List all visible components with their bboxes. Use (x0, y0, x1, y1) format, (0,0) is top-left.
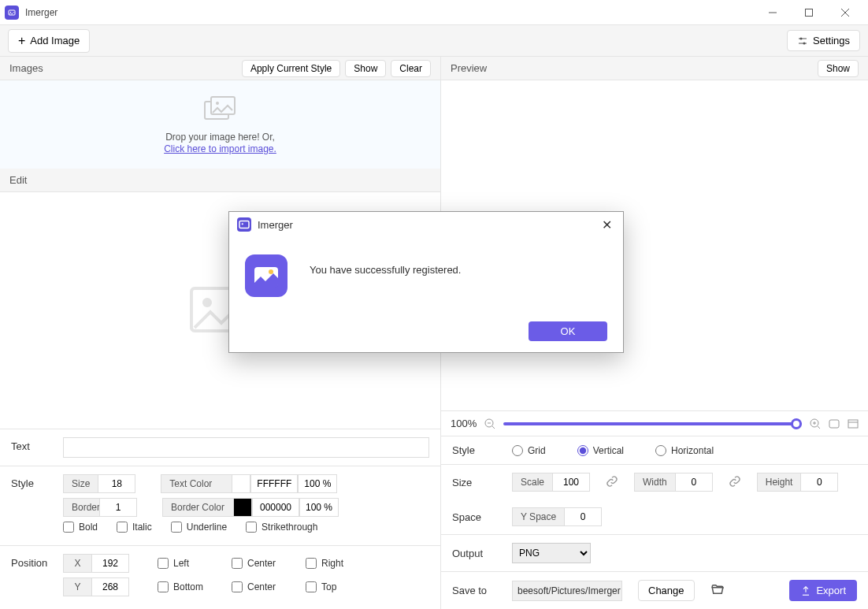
scale-input[interactable] (552, 473, 590, 492)
saveto-section: Save to beesoft/Pictures/Imerger Change … (441, 571, 868, 609)
link-icon-2[interactable] (729, 475, 741, 490)
x-input[interactable] (91, 554, 129, 573)
folder-open-icon[interactable] (710, 583, 725, 598)
border-label: Border (63, 498, 99, 517)
textcolor-swatch[interactable] (232, 474, 250, 493)
fit-icon[interactable] (829, 419, 840, 429)
change-button[interactable]: Change (638, 580, 695, 601)
registration-dialog: Imerger ✕ You have successfully register… (228, 211, 624, 353)
preview-show-button[interactable]: Show (818, 60, 859, 77)
svg-point-14 (202, 298, 212, 307)
strike-checkbox[interactable]: Strikethrough (246, 522, 317, 533)
images-show-button[interactable]: Show (345, 60, 386, 77)
width-label: Width (634, 473, 675, 492)
bordercolor-label: Border Color (162, 498, 233, 517)
zoom-slider[interactable] (503, 422, 802, 425)
pos-bottom-checkbox[interactable]: Bottom (158, 581, 213, 592)
settings-button[interactable]: Settings (787, 30, 860, 51)
link-icon-1[interactable] (606, 475, 618, 490)
dialog-title: Imerger (258, 219, 599, 231)
y-input[interactable] (91, 577, 129, 596)
edit-title: Edit (9, 174, 27, 186)
dialog-ok-button[interactable]: OK (529, 321, 607, 341)
dialog-titlebar: Imerger ✕ (229, 212, 623, 237)
textcolor-pct-input[interactable] (298, 474, 337, 493)
output-label: Output (452, 548, 496, 559)
dialog-close-button[interactable]: ✕ (599, 217, 615, 232)
style-section: Style Size Text Color Border Border Colo… (0, 466, 440, 545)
pos-top-checkbox[interactable]: Top (306, 581, 361, 592)
zoom-out-icon[interactable] (484, 418, 495, 429)
pos-right-checkbox[interactable]: Right (306, 558, 361, 569)
size-input[interactable] (98, 474, 135, 493)
app-title: Imerger (25, 7, 755, 18)
maximize-button[interactable] (791, 0, 827, 25)
preview-title: Preview (451, 62, 487, 74)
zoom-bar: 100% (441, 410, 868, 436)
height-label: Height (757, 473, 801, 492)
minimize-button[interactable] (755, 0, 791, 25)
vertical-radio[interactable]: Vertical (577, 445, 624, 456)
textcolor-label: Text Color (161, 474, 232, 493)
text-section: Text (0, 429, 440, 466)
close-button[interactable] (827, 0, 863, 25)
dialog-big-icon (245, 254, 287, 297)
position-label: Position (11, 554, 63, 569)
width-input[interactable] (675, 473, 713, 492)
text-label: Text (11, 437, 63, 452)
space-row-label: Space (452, 511, 496, 523)
svg-rect-22 (829, 420, 839, 428)
sliders-icon (797, 35, 808, 46)
scale-label: Scale (512, 473, 552, 492)
actual-size-icon[interactable] (848, 419, 859, 429)
height-input[interactable] (800, 473, 838, 492)
import-link[interactable]: Click here to import image. (164, 143, 276, 154)
add-image-button[interactable]: Add Image (8, 29, 90, 53)
dialog-app-icon (237, 217, 251, 232)
pos-left-checkbox[interactable]: Left (158, 558, 213, 569)
saveto-label: Save to (452, 585, 496, 596)
images-header: Images Apply Current Style Show Clear (0, 57, 440, 80)
bordercolor-input[interactable] (252, 498, 299, 517)
pos-center1-checkbox[interactable]: Center (232, 558, 287, 569)
dialog-body: You have successfully registered. (229, 237, 623, 314)
svg-point-26 (242, 223, 243, 225)
position-section: Position X Left Center Right Y Bottom Ce… (0, 545, 440, 609)
preview-header: Preview Show (441, 57, 868, 80)
dialog-message: You have successfully registered. (310, 254, 461, 276)
style-label: Style (11, 474, 63, 489)
bordercolor-pct-input[interactable] (299, 498, 339, 517)
export-button[interactable]: Export (789, 580, 857, 601)
svg-line-16 (492, 426, 495, 429)
add-image-label: Add Image (30, 35, 80, 46)
window-controls (755, 0, 863, 25)
output-section: Output PNG (441, 534, 868, 571)
size-label: Size (63, 474, 98, 493)
x-label: X (63, 554, 91, 573)
svg-point-29 (269, 269, 273, 274)
yspace-label: Y Space (512, 507, 564, 526)
images-clear-button[interactable]: Clear (391, 60, 431, 77)
horizontal-radio[interactable]: Horizontal (655, 445, 714, 456)
bold-checkbox[interactable]: Bold (63, 522, 98, 533)
dropzone-text: Drop your image here! Or, (0, 132, 440, 143)
text-input[interactable] (63, 437, 429, 458)
dropzone-icon (0, 96, 440, 125)
grid-radio[interactable]: Grid (512, 445, 546, 456)
images-dropzone[interactable]: Drop your image here! Or, Click here to … (0, 80, 440, 169)
svg-rect-25 (239, 221, 249, 228)
yspace-input[interactable] (564, 507, 602, 526)
zoom-in-icon[interactable] (810, 418, 821, 429)
textcolor-input[interactable] (250, 474, 298, 493)
apply-style-button[interactable]: Apply Current Style (242, 60, 340, 77)
pos-center2-checkbox[interactable]: Center (232, 581, 287, 592)
svg-point-7 (800, 37, 803, 39)
bordercolor-swatch[interactable] (233, 498, 252, 517)
plus-icon (18, 34, 25, 48)
border-input[interactable] (99, 498, 137, 517)
output-format-select[interactable]: PNG (512, 543, 591, 563)
underline-checkbox[interactable]: Underline (171, 522, 227, 533)
svg-rect-3 (806, 9, 813, 16)
images-title: Images (9, 62, 43, 74)
italic-checkbox[interactable]: Italic (117, 522, 152, 533)
